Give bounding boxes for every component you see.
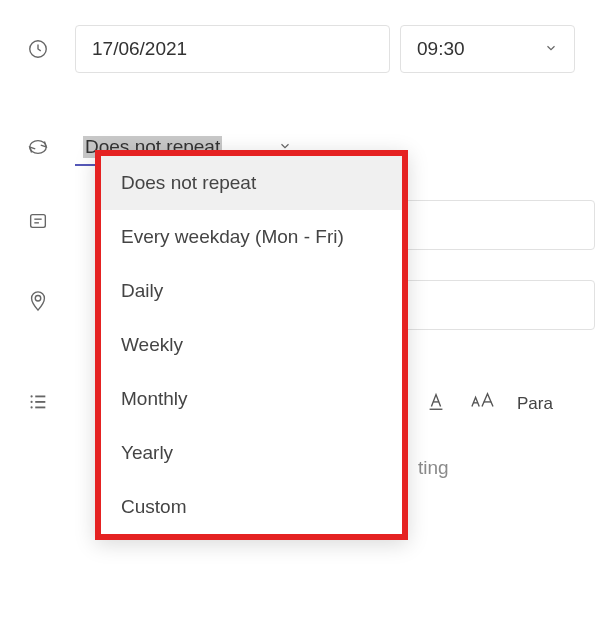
chevron-down-icon — [544, 38, 558, 60]
channel-icon — [0, 210, 75, 232]
repeat-option[interactable]: Yearly — [101, 426, 402, 480]
font-color-icon[interactable] — [425, 390, 447, 417]
svg-rect-8 — [35, 401, 45, 403]
svg-rect-10 — [35, 407, 45, 409]
svg-point-4 — [35, 296, 41, 302]
repeat-option[interactable]: Weekly — [101, 318, 402, 372]
description-icon — [0, 390, 75, 412]
font-size-icon[interactable] — [469, 390, 495, 417]
svg-point-9 — [30, 406, 32, 408]
datetime-row: 17/06/2021 09:30 — [0, 15, 613, 83]
clock-icon — [0, 38, 75, 60]
svg-point-5 — [30, 395, 32, 397]
repeat-option[interactable]: Does not repeat — [101, 156, 402, 210]
time-value: 09:30 — [417, 38, 465, 60]
meeting-text-fragment: ting — [418, 457, 449, 479]
svg-rect-6 — [35, 396, 45, 398]
repeat-option[interactable]: Custom — [101, 480, 402, 534]
svg-point-7 — [30, 401, 32, 403]
location-icon — [0, 290, 75, 312]
paragraph-label[interactable]: Para — [517, 394, 553, 414]
format-toolbar: Para — [425, 390, 553, 417]
repeat-dropdown: Does not repeat Every weekday (Mon - Fri… — [95, 150, 408, 540]
repeat-option[interactable]: Daily — [101, 264, 402, 318]
svg-rect-1 — [30, 215, 45, 228]
date-value: 17/06/2021 — [92, 38, 187, 60]
repeat-icon — [0, 136, 75, 158]
time-select[interactable]: 09:30 — [400, 25, 575, 73]
date-input[interactable]: 17/06/2021 — [75, 25, 390, 73]
repeat-option[interactable]: Every weekday (Mon - Fri) — [101, 210, 402, 264]
repeat-option[interactable]: Monthly — [101, 372, 402, 426]
